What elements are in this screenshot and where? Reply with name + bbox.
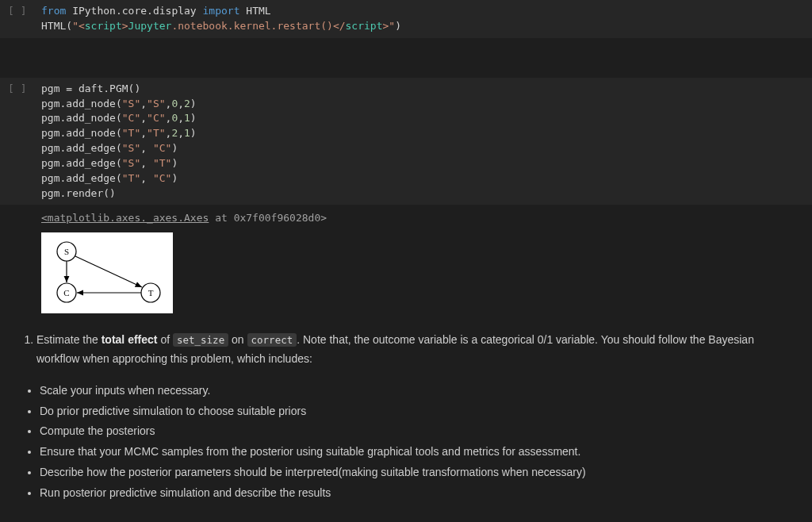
markdown-cell: Estimate the total effect of set_size on… xyxy=(0,320,812,520)
keyword: import xyxy=(203,5,240,17)
output-repr: <matplotlib.axes._axes.Axes at 0x7f00f96… xyxy=(41,211,804,226)
keyword: from xyxy=(41,5,66,17)
instruction-item-1: Estimate the total effect of set_size on… xyxy=(36,331,791,369)
node-t-label: T xyxy=(148,288,154,297)
node-c-label: C xyxy=(63,288,69,297)
cell-prompt: [ ] xyxy=(0,0,33,38)
code-editor[interactable]: from IPython.core.display import HTML HT… xyxy=(33,0,812,38)
workflow-item: Compute the posteriors xyxy=(40,422,791,441)
code-pill-set-size: set_size xyxy=(173,333,228,347)
pgm-figure: S C T xyxy=(41,232,173,313)
cell-spacer xyxy=(0,38,812,78)
cell-prompt: [ ] xyxy=(0,78,33,205)
code-editor[interactable]: pgm = daft.PGM() pgm.add_node("S","S",0,… xyxy=(33,78,812,205)
workflow-item: Do prior predictive simulation to choose… xyxy=(40,402,791,421)
workflow-item: Scale your inputs when necessary. xyxy=(40,382,791,401)
workflow-list: Scale your inputs when necessary. Do pri… xyxy=(21,382,791,503)
instruction-list: Estimate the total effect of set_size on… xyxy=(21,331,791,369)
code-pill-correct: correct xyxy=(247,333,297,347)
workflow-item: Ensure that your MCMC samples from the p… xyxy=(40,443,791,462)
workflow-item: Describe how the posterior parameters sh… xyxy=(40,463,791,482)
workflow-item: Run posterior predictive simulation and … xyxy=(40,484,791,503)
code-cell-1[interactable]: [ ] from IPython.core.display import HTM… xyxy=(0,0,812,38)
node-s-label: S xyxy=(64,247,69,256)
code-cell-2[interactable]: [ ] pgm = daft.PGM() pgm.add_node("S","S… xyxy=(0,78,812,205)
cell-output: <matplotlib.axes._axes.Axes at 0x7f00f96… xyxy=(0,205,812,320)
edge-s-t xyxy=(75,256,142,287)
